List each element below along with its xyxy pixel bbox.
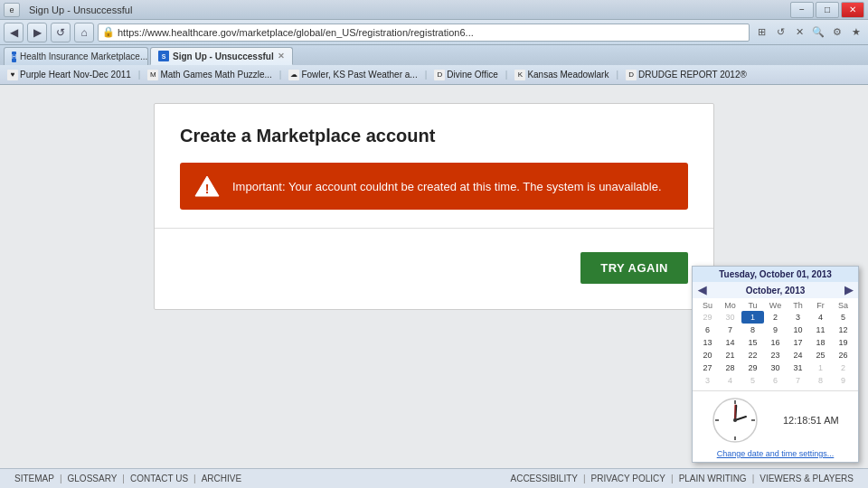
cal-day[interactable]: 2 — [832, 361, 854, 374]
cal-day[interactable]: 8 — [809, 374, 832, 387]
settings-icon[interactable]: ⚙ — [829, 24, 845, 41]
footer-archive[interactable]: ARCHIVE — [202, 474, 241, 483]
cal-day[interactable]: 5 — [741, 374, 764, 387]
cal-prev-button[interactable]: ◀ — [698, 284, 706, 296]
cal-day[interactable]: 29 — [696, 311, 719, 324]
error-banner: ! Important: Your account couldnt be cre… — [180, 163, 688, 210]
cal-day[interactable]: 18 — [809, 336, 832, 349]
cal-day[interactable]: 8 — [741, 324, 764, 336]
ie-icon: e — [4, 3, 20, 17]
footer-sep-1: | — [60, 474, 62, 483]
change-date-link[interactable]: Change date and time settings... — [693, 449, 858, 462]
bookmark-drudge[interactable]: D DRUDGE REPORT 2012® — [622, 67, 750, 83]
home-button[interactable]: ⌂ — [74, 23, 94, 42]
cal-today[interactable]: 1 — [741, 311, 764, 324]
cal-day[interactable]: 3 — [696, 374, 719, 387]
cal-day[interactable]: 29 — [741, 361, 764, 374]
footer-sep-5: | — [671, 474, 674, 483]
sep-5: | — [616, 70, 618, 80]
cal-day[interactable]: 7 — [719, 324, 741, 336]
sep-3: | — [425, 70, 428, 80]
cal-day[interactable]: 6 — [764, 374, 787, 387]
clock-time: 12:18:51 AM — [783, 415, 839, 426]
cal-day[interactable]: 26 — [832, 349, 854, 361]
cal-day[interactable]: 14 — [719, 336, 741, 349]
cal-day[interactable]: 9 — [832, 374, 854, 387]
cal-day[interactable]: 2 — [764, 311, 787, 324]
close-button[interactable]: ✕ — [841, 2, 864, 18]
footer-accessibility[interactable]: ACCESSIBILITY — [511, 474, 578, 483]
cal-day[interactable]: 7 — [787, 374, 809, 387]
tab-label-signup: Sign Up - Unsuccessful — [173, 52, 274, 61]
footer-glossary[interactable]: GLOSSARY — [68, 474, 118, 483]
footer-privacy-policy[interactable]: PRIVACY POLICY — [591, 474, 665, 483]
cal-day[interactable]: 17 — [787, 336, 809, 349]
sep-2: | — [279, 70, 282, 80]
tab-sign-up[interactable]: S Sign Up - Unsuccessful ✕ — [150, 47, 293, 65]
cal-day[interactable]: 12 — [832, 324, 854, 336]
cal-day[interactable]: 9 — [764, 324, 787, 336]
try-again-button[interactable]: TRY AGAIN — [580, 252, 688, 284]
bookmark-label-5: Kansas Meadowlark — [527, 70, 609, 80]
cal-day[interactable]: 3 — [787, 311, 809, 324]
main-card: Create a Marketplace account ! Important… — [154, 103, 714, 310]
cal-day[interactable]: 19 — [832, 336, 854, 349]
footer-sep-4: | — [583, 474, 586, 483]
footer-bar: SITEMAP | GLOSSARY | CONTACT US | ARCHIV… — [0, 468, 868, 488]
cal-day[interactable]: 25 — [809, 349, 832, 361]
bookmark-label-2: Math Games Math Puzzle... — [160, 70, 271, 80]
page-heading: Create a Marketplace account — [180, 126, 688, 146]
cal-day[interactable]: 13 — [696, 336, 719, 349]
back-button[interactable]: ◀ — [4, 23, 24, 42]
cal-day[interactable]: 23 — [764, 349, 787, 361]
cal-day[interactable]: 16 — [764, 336, 787, 349]
cal-day[interactable]: 15 — [741, 336, 764, 349]
footer-contact-us[interactable]: CONTACT US — [130, 474, 188, 483]
minimize-button[interactable]: − — [790, 2, 814, 18]
cal-day[interactable]: 22 — [741, 349, 764, 361]
cal-day[interactable]: 4 — [809, 311, 832, 324]
footer-sitemap[interactable]: SITEMAP — [14, 474, 54, 483]
cal-day[interactable]: 5 — [832, 311, 854, 324]
bookmark-icon-3: ☁ — [288, 70, 299, 80]
cal-day[interactable]: 21 — [719, 349, 741, 361]
cal-day[interactable]: 31 — [787, 361, 809, 374]
cal-day[interactable]: 1 — [809, 361, 832, 374]
cal-header-mo: Mo — [719, 300, 741, 311]
address-bar[interactable]: 🔒 https://www.healthcare.gov/marketplace… — [98, 23, 750, 42]
star-icon[interactable]: ★ — [848, 24, 864, 41]
refresh-button[interactable]: ↺ — [51, 23, 71, 42]
cal-day[interactable]: 11 — [809, 324, 832, 336]
footer-plain-writing[interactable]: PLAIN WRITING — [679, 474, 747, 483]
bookmark-fowler[interactable]: ☁ Fowler, KS Past Weather a... — [285, 67, 420, 83]
bookmark-label-3: Fowler, KS Past Weather a... — [301, 70, 417, 80]
tab-health-insurance[interactable]: H Health Insurance Marketplace... ✕ — [4, 47, 148, 65]
cal-day[interactable]: 24 — [787, 349, 809, 361]
cal-day[interactable]: 6 — [696, 324, 719, 336]
bookmark-icon-6: D — [626, 70, 637, 80]
navigation-bar: ◀ ▶ ↺ ⌂ 🔒 https://www.healthcare.gov/mar… — [0, 20, 868, 45]
search-icon[interactable]: 🔍 — [810, 24, 826, 41]
calendar-month-label: October, 2013 — [746, 286, 806, 296]
compatibility-icon[interactable]: ⊞ — [753, 24, 769, 41]
cal-divider — [693, 390, 858, 391]
bookmark-math-games[interactable]: M Math Games Math Puzzle... — [144, 67, 275, 83]
maximize-button[interactable]: □ — [816, 2, 839, 18]
stop-icon[interactable]: ✕ — [791, 24, 807, 41]
bookmark-kansas[interactable]: K Kansas Meadowlark — [511, 67, 612, 83]
cal-day[interactable]: 27 — [696, 361, 719, 374]
cal-day[interactable]: 30 — [764, 361, 787, 374]
cal-day[interactable]: 4 — [719, 374, 741, 387]
tab-close-signup[interactable]: ✕ — [278, 52, 285, 61]
footer-viewers-players[interactable]: VIEWERS & PLAYERS — [760, 474, 854, 483]
bookmark-divine-office[interactable]: D Divine Office — [430, 67, 502, 83]
cal-day[interactable]: 10 — [787, 324, 809, 336]
bookmark-purple-heart[interactable]: ♥ Purple Heart Nov-Dec 2011 — [4, 67, 135, 83]
cal-next-button[interactable]: ▶ — [844, 284, 853, 296]
refresh-icon[interactable]: ↺ — [772, 24, 788, 41]
forward-button[interactable]: ▶ — [27, 23, 47, 42]
cal-day[interactable]: 28 — [719, 361, 741, 374]
cal-day[interactable]: 30 — [719, 311, 741, 324]
cal-header-tu: Tu — [741, 300, 764, 311]
cal-day[interactable]: 20 — [696, 349, 719, 361]
